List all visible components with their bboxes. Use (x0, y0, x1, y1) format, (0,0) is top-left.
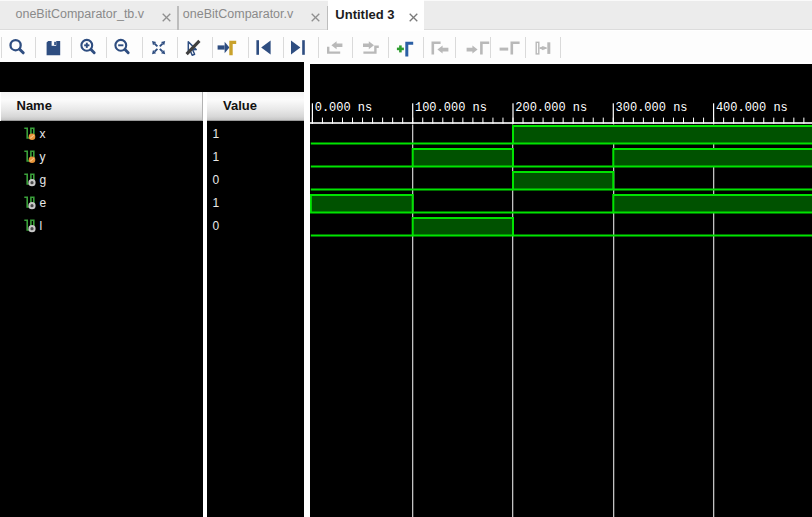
svg-text:100.000 ns: 100.000 ns (415, 101, 487, 115)
svg-text:200.000 ns: 200.000 ns (515, 101, 587, 115)
svg-text:300.000 ns: 300.000 ns (615, 101, 687, 115)
svg-text:0.000 ns: 0.000 ns (314, 101, 372, 115)
svg-text:400.000 ns: 400.000 ns (715, 101, 787, 115)
